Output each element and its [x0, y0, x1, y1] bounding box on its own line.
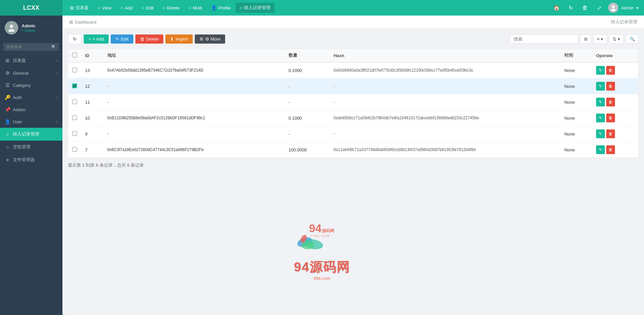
sidebar-item-dashboard[interactable]: ⊞ 仪表盘 ›	[0, 54, 62, 67]
edit-row-btn-5[interactable]: ✎	[596, 145, 605, 154]
import-button[interactable]: ⬆ Import	[165, 34, 193, 44]
search-submit-button[interactable]: 🔍	[626, 34, 639, 44]
cell-amount-5: 100.0000	[285, 142, 330, 158]
row-checkbox-3[interactable]	[72, 115, 77, 120]
edit-row-btn-1[interactable]: ✎	[596, 82, 605, 91]
cell-time-2: None	[560, 94, 592, 110]
nav-item-view[interactable]: ○ View	[93, 3, 115, 13]
breadcrumb-home-icon: ⊞	[69, 19, 73, 25]
edit-button[interactable]: ✎ Edit	[111, 34, 133, 44]
sidebar-item-category[interactable]: ☰ Category	[0, 79, 62, 91]
delete-nav-icon: ○	[162, 5, 165, 10]
sidebar-search-input[interactable]	[3, 43, 59, 51]
cell-id-4: 9	[81, 126, 103, 142]
arrow-icon-general: ›	[57, 71, 58, 75]
edit-row-btn-0[interactable]: ✎	[596, 66, 605, 75]
row-checkbox-1[interactable]	[72, 83, 77, 88]
sidebar-item-auth[interactable]: 🔑 Auth ›	[0, 91, 62, 103]
nav-item-add[interactable]: ○ Add	[116, 3, 137, 13]
delete-row-btn-2[interactable]: 🗑	[606, 98, 615, 106]
add-icon: +	[88, 37, 91, 42]
add-nav-icon: ○	[120, 5, 123, 10]
cell-operate-1: ✎ 🗑	[592, 78, 638, 94]
column-toggle-button[interactable]: ≡ ▾	[594, 35, 607, 43]
cell-id-0: 13	[81, 62, 103, 78]
cell-address-2: -	[103, 94, 285, 110]
table-row: 13 0x47Ab52b56dd1395eB7346C72cD79a04f573…	[68, 62, 638, 78]
cell-time-4: None	[560, 126, 592, 142]
user-icon: 👤	[5, 119, 10, 124]
cell-address-3: 0xB11D98255B8e09a0dAF2c5128bDF16581dDF99…	[103, 110, 285, 126]
sidebar-search-icon[interactable]: 🔍	[51, 45, 56, 49]
multi-nav-icon: ○	[188, 5, 191, 10]
delete-row-btn-4[interactable]: 🗑	[606, 129, 615, 138]
airdrop-icon: ○	[5, 144, 10, 150]
refresh-button[interactable]: ↻	[68, 34, 82, 44]
breadcrumb-label: Dashboard	[75, 20, 97, 25]
sidebar-item-addon[interactable]: 📌 Addon	[0, 103, 62, 116]
delete-label: Delete	[146, 37, 159, 42]
sidebar-item-transfer[interactable]: ○ 转入记录管理	[0, 128, 62, 141]
breadcrumb-page-title: 转入记录管理	[611, 19, 637, 25]
cell-time-1: None	[560, 78, 592, 94]
sidebar-label-airdrop: 空投管理	[13, 144, 58, 150]
search-submit-icon: 🔍	[629, 37, 635, 42]
table-row: 11 - - - None ✎ 🗑	[68, 94, 638, 110]
sidebar-item-user[interactable]: 👤 User ›	[0, 116, 62, 128]
toolbar: ↻ + + Add ✎ Edit 🗑 Delete ⬆ Import	[68, 34, 639, 44]
sort-button[interactable]: ⇅ ▾	[609, 34, 624, 44]
sidebar-label-transfer: 转入记录管理	[13, 131, 58, 137]
sidebar-item-airdrop[interactable]: ○ 空投管理	[0, 141, 62, 153]
edit-nav-icon: ○	[141, 5, 144, 10]
delete-row-btn-3[interactable]: 🗑	[606, 114, 615, 122]
expand-icon-btn[interactable]: ⤢	[594, 3, 604, 13]
add-button[interactable]: + + Add	[84, 34, 109, 44]
grid-view-button[interactable]: ⊞	[581, 35, 591, 43]
main-layout: Admin Online 🔍 ⊞ 仪表盘 › ⚙ General › ☰	[0, 16, 644, 315]
row-checkbox-4[interactable]	[72, 131, 77, 136]
search-input[interactable]	[510, 35, 578, 43]
delete-row-btn-1[interactable]: 🗑	[606, 82, 615, 91]
nav-item-transfer[interactable]: ○ 转入记录管理	[236, 3, 274, 13]
nav-item-profile[interactable]: 👤 Profile	[207, 3, 235, 13]
nav-label-dashboard: 仪表盘	[76, 5, 89, 11]
nav-item-dashboard[interactable]: ⊞ 仪表盘	[66, 3, 93, 13]
edit-row-btn-4[interactable]: ✎	[596, 129, 605, 138]
refresh-icon-btn[interactable]: ↻	[566, 3, 576, 13]
dashboard-icon: ⊞	[5, 58, 10, 63]
general-icon: ⚙	[5, 70, 10, 76]
edit-row-btn-3[interactable]: ✎	[596, 114, 605, 122]
cell-checkbox-2	[68, 94, 81, 110]
row-checkbox-0[interactable]	[72, 68, 77, 72]
table-header-row: ID 地址 数量 Hash 时间 Operate	[68, 49, 638, 62]
nav-item-multi[interactable]: ○ Multi	[184, 3, 206, 13]
username-label: Admin	[621, 5, 634, 10]
sidebar-label-auth: Auth	[13, 95, 54, 100]
cell-checkbox-1	[68, 78, 81, 94]
brand-logo[interactable]: LCXX	[0, 0, 62, 16]
delete-row-btn-0[interactable]: 🗑	[606, 66, 615, 75]
nav-item-edit[interactable]: ○ Edit	[137, 3, 158, 13]
sidebar-search-section: 🔍	[0, 40, 62, 54]
svg-point-0	[612, 5, 615, 8]
breadcrumb-bar: ⊞ Dashboard 转入记录管理	[62, 16, 644, 29]
row-checkbox-5[interactable]	[72, 147, 77, 152]
nav-label-profile: Profile	[218, 5, 231, 10]
edit-label: Edit	[121, 37, 128, 42]
sidebar-item-filemanager[interactable]: ≡ 文件管理器	[0, 153, 62, 166]
sort-arrow: ▾	[618, 37, 620, 42]
delete-button[interactable]: 🗑 Delete	[135, 34, 164, 44]
user-menu[interactable]: Admin ▾	[608, 3, 639, 13]
home-icon-btn[interactable]: 🏠	[552, 3, 562, 13]
more-button[interactable]: ⚙ ⚙ More	[195, 34, 225, 44]
select-all-checkbox[interactable]	[72, 53, 77, 57]
sidebar-item-general[interactable]: ⚙ General ›	[0, 67, 62, 79]
row-checkbox-2[interactable]	[72, 99, 77, 104]
cell-operate-0: ✎ 🗑	[592, 62, 638, 78]
trash-icon-btn[interactable]: 🗑	[580, 3, 590, 13]
header-operate: Operate	[592, 49, 638, 62]
nav-label-view: View	[102, 5, 111, 10]
nav-item-delete[interactable]: ○ Delete	[158, 3, 184, 13]
delete-row-btn-5[interactable]: 🗑	[606, 145, 615, 154]
edit-row-btn-2[interactable]: ✎	[596, 98, 605, 106]
